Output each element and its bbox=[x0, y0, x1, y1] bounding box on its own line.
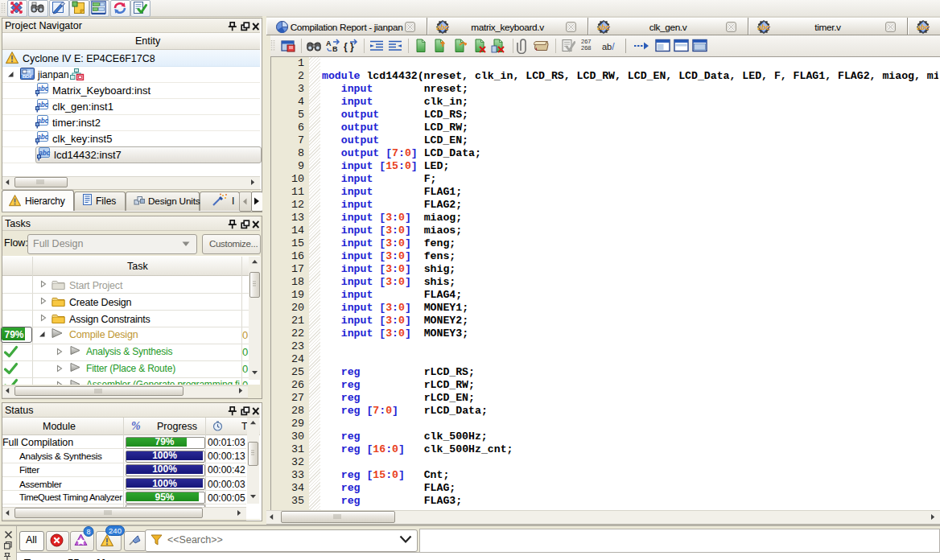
svg-text:8: 8 bbox=[86, 528, 90, 536]
svg-text:240: 240 bbox=[109, 526, 122, 535]
svg-text:abc: abc bbox=[598, 23, 610, 31]
svg-text:{ }: { } bbox=[344, 41, 354, 52]
svg-text:abc: abc bbox=[917, 23, 930, 31]
svg-text:A: A bbox=[326, 39, 332, 47]
svg-text:BDF: BDF bbox=[23, 73, 33, 79]
svg-text:abc: abc bbox=[437, 23, 449, 31]
svg-text:abc: abc bbox=[758, 23, 770, 31]
svg-text:B: B bbox=[332, 45, 338, 53]
